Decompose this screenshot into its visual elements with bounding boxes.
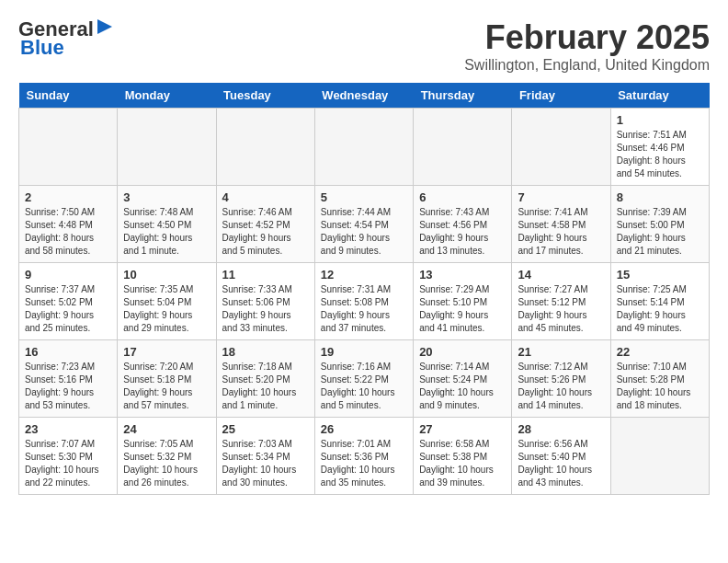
- weekday-header-sunday: Sunday: [19, 83, 118, 109]
- day-info: Sunrise: 7:10 AM Sunset: 5:28 PM Dayligh…: [617, 361, 703, 412]
- calendar-cell: 1Sunrise: 7:51 AM Sunset: 4:46 PM Daylig…: [610, 109, 709, 186]
- calendar-cell: 24Sunrise: 7:05 AM Sunset: 5:32 PM Dayli…: [118, 418, 216, 495]
- calendar-cell: 3Sunrise: 7:48 AM Sunset: 4:50 PM Daylig…: [118, 186, 216, 263]
- calendar-cell: 14Sunrise: 7:27 AM Sunset: 5:12 PM Dayli…: [512, 263, 610, 340]
- calendar-cell: [19, 109, 118, 186]
- weekday-header-monday: Monday: [118, 83, 216, 109]
- calendar-cell: 2Sunrise: 7:50 AM Sunset: 4:48 PM Daylig…: [19, 186, 118, 263]
- calendar-cell: [216, 109, 314, 186]
- day-info: Sunrise: 7:46 AM Sunset: 4:52 PM Dayligh…: [222, 206, 309, 258]
- day-number: 9: [25, 268, 111, 282]
- day-info: Sunrise: 7:43 AM Sunset: 4:56 PM Dayligh…: [419, 206, 506, 258]
- day-number: 23: [25, 422, 111, 436]
- day-info: Sunrise: 7:16 AM Sunset: 5:22 PM Dayligh…: [321, 361, 407, 412]
- page-header: General Blue February 2025 Swillington, …: [18, 18, 710, 74]
- svg-marker-0: [97, 19, 112, 34]
- calendar-cell: 19Sunrise: 7:16 AM Sunset: 5:22 PM Dayli…: [314, 340, 413, 418]
- calendar-cell: 25Sunrise: 7:03 AM Sunset: 5:34 PM Dayli…: [216, 418, 314, 495]
- day-info: Sunrise: 7:20 AM Sunset: 5:18 PM Dayligh…: [123, 361, 210, 412]
- day-number: 10: [123, 268, 210, 282]
- calendar-cell: [512, 109, 610, 186]
- day-number: 24: [123, 422, 210, 436]
- weekday-header-saturday: Saturday: [610, 83, 709, 109]
- week-row-2: 2Sunrise: 7:50 AM Sunset: 4:48 PM Daylig…: [19, 186, 710, 263]
- day-number: 6: [419, 190, 506, 204]
- weekday-header-wednesday: Wednesday: [314, 83, 413, 109]
- day-number: 18: [222, 345, 309, 359]
- calendar-table: SundayMondayTuesdayWednesdayThursdayFrid…: [18, 83, 710, 495]
- calendar-cell: 8Sunrise: 7:39 AM Sunset: 5:00 PM Daylig…: [610, 186, 709, 263]
- day-number: 21: [518, 345, 604, 359]
- calendar-cell: 13Sunrise: 7:29 AM Sunset: 5:10 PM Dayli…: [414, 263, 512, 340]
- day-info: Sunrise: 7:50 AM Sunset: 4:48 PM Dayligh…: [25, 206, 111, 258]
- day-number: 3: [123, 190, 210, 204]
- day-info: Sunrise: 7:12 AM Sunset: 5:26 PM Dayligh…: [518, 361, 604, 412]
- day-info: Sunrise: 7:14 AM Sunset: 5:24 PM Dayligh…: [419, 361, 506, 412]
- day-info: Sunrise: 7:29 AM Sunset: 5:10 PM Dayligh…: [419, 283, 506, 335]
- day-info: Sunrise: 7:44 AM Sunset: 4:54 PM Dayligh…: [321, 206, 407, 258]
- calendar-cell: 6Sunrise: 7:43 AM Sunset: 4:56 PM Daylig…: [414, 186, 512, 263]
- day-info: Sunrise: 6:58 AM Sunset: 5:38 PM Dayligh…: [419, 438, 506, 489]
- calendar-cell: 26Sunrise: 7:01 AM Sunset: 5:36 PM Dayli…: [314, 418, 413, 495]
- day-number: 4: [222, 190, 309, 204]
- day-number: 17: [123, 345, 210, 359]
- calendar-cell: 17Sunrise: 7:20 AM Sunset: 5:18 PM Dayli…: [118, 340, 216, 418]
- calendar-cell: 15Sunrise: 7:25 AM Sunset: 5:14 PM Dayli…: [610, 263, 709, 340]
- calendar-cell: [118, 109, 216, 186]
- weekday-header-row: SundayMondayTuesdayWednesdayThursdayFrid…: [19, 83, 710, 109]
- week-row-1: 1Sunrise: 7:51 AM Sunset: 4:46 PM Daylig…: [19, 109, 710, 186]
- day-info: Sunrise: 7:01 AM Sunset: 5:36 PM Dayligh…: [321, 438, 407, 489]
- calendar-cell: 28Sunrise: 6:56 AM Sunset: 5:40 PM Dayli…: [512, 418, 610, 495]
- day-number: 22: [617, 345, 703, 359]
- day-number: 13: [419, 268, 506, 282]
- calendar-cell: 20Sunrise: 7:14 AM Sunset: 5:24 PM Dayli…: [414, 340, 512, 418]
- day-info: Sunrise: 7:18 AM Sunset: 5:20 PM Dayligh…: [222, 361, 309, 412]
- day-info: Sunrise: 7:39 AM Sunset: 5:00 PM Dayligh…: [617, 206, 703, 258]
- calendar-cell: 9Sunrise: 7:37 AM Sunset: 5:02 PM Daylig…: [19, 263, 118, 340]
- day-number: 16: [25, 345, 111, 359]
- calendar-cell: [610, 418, 709, 495]
- day-number: 26: [321, 422, 407, 436]
- day-number: 27: [419, 422, 506, 436]
- day-number: 15: [617, 268, 703, 282]
- day-info: Sunrise: 7:31 AM Sunset: 5:08 PM Dayligh…: [321, 283, 407, 335]
- day-info: Sunrise: 7:41 AM Sunset: 4:58 PM Dayligh…: [518, 206, 604, 258]
- calendar-cell: 5Sunrise: 7:44 AM Sunset: 4:54 PM Daylig…: [314, 186, 413, 263]
- day-number: 5: [321, 190, 407, 204]
- day-info: Sunrise: 7:37 AM Sunset: 5:02 PM Dayligh…: [25, 283, 111, 335]
- day-number: 20: [419, 345, 506, 359]
- logo-arrow-icon: [96, 17, 114, 36]
- day-number: 12: [321, 268, 407, 282]
- logo-blue-text: Blue: [20, 36, 64, 59]
- calendar-cell: 16Sunrise: 7:23 AM Sunset: 5:16 PM Dayli…: [19, 340, 118, 418]
- month-title: February 2025: [464, 18, 710, 57]
- calendar-cell: 7Sunrise: 7:41 AM Sunset: 4:58 PM Daylig…: [512, 186, 610, 263]
- calendar-cell: 22Sunrise: 7:10 AM Sunset: 5:28 PM Dayli…: [610, 340, 709, 418]
- day-info: Sunrise: 6:56 AM Sunset: 5:40 PM Dayligh…: [518, 438, 604, 489]
- day-info: Sunrise: 7:27 AM Sunset: 5:12 PM Dayligh…: [518, 283, 604, 335]
- weekday-header-friday: Friday: [512, 83, 610, 109]
- calendar-cell: 10Sunrise: 7:35 AM Sunset: 5:04 PM Dayli…: [118, 263, 216, 340]
- logo: General Blue: [18, 18, 114, 59]
- day-number: 28: [518, 422, 604, 436]
- day-number: 19: [321, 345, 407, 359]
- title-area: February 2025 Swillington, England, Unit…: [464, 18, 710, 74]
- weekday-header-tuesday: Tuesday: [216, 83, 314, 109]
- week-row-5: 23Sunrise: 7:07 AM Sunset: 5:30 PM Dayli…: [19, 418, 710, 495]
- calendar-cell: 4Sunrise: 7:46 AM Sunset: 4:52 PM Daylig…: [216, 186, 314, 263]
- day-number: 14: [518, 268, 604, 282]
- day-info: Sunrise: 7:33 AM Sunset: 5:06 PM Dayligh…: [222, 283, 309, 335]
- day-info: Sunrise: 7:05 AM Sunset: 5:32 PM Dayligh…: [123, 438, 210, 489]
- day-info: Sunrise: 7:03 AM Sunset: 5:34 PM Dayligh…: [222, 438, 309, 489]
- day-info: Sunrise: 7:25 AM Sunset: 5:14 PM Dayligh…: [617, 283, 703, 335]
- calendar-cell: 18Sunrise: 7:18 AM Sunset: 5:20 PM Dayli…: [216, 340, 314, 418]
- calendar-cell: 23Sunrise: 7:07 AM Sunset: 5:30 PM Dayli…: [19, 418, 118, 495]
- week-row-4: 16Sunrise: 7:23 AM Sunset: 5:16 PM Dayli…: [19, 340, 710, 418]
- day-number: 11: [222, 268, 309, 282]
- week-row-3: 9Sunrise: 7:37 AM Sunset: 5:02 PM Daylig…: [19, 263, 710, 340]
- day-info: Sunrise: 7:07 AM Sunset: 5:30 PM Dayligh…: [25, 438, 111, 489]
- calendar-cell: [314, 109, 413, 186]
- day-number: 7: [518, 190, 604, 204]
- weekday-header-thursday: Thursday: [414, 83, 512, 109]
- location: Swillington, England, United Kingdom: [464, 57, 710, 74]
